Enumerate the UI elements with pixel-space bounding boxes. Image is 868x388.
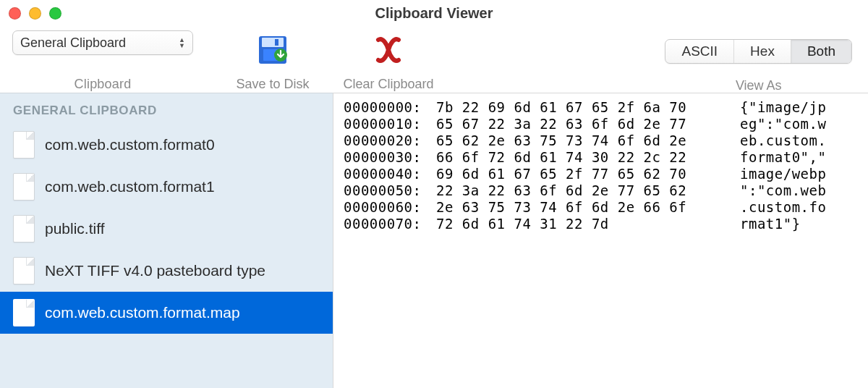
close-window-icon[interactable]	[9, 7, 21, 20]
save-to-disk-label: Save to Disk	[236, 77, 309, 92]
list-item-label: com.web.custom.format1	[45, 178, 215, 195]
chevron-up-down-icon: ▲▼	[179, 38, 185, 48]
hex-ascii: {"image/jp	[740, 99, 858, 116]
list-item[interactable]: public.tiff	[0, 208, 333, 250]
hex-offset: 00000070:	[344, 216, 436, 232]
viewas-both-button[interactable]: Both	[791, 40, 851, 63]
list-item[interactable]: com.web.custom.format1	[0, 166, 333, 208]
hex-offset: 00000010:	[344, 116, 436, 132]
hex-row: 00000020:65 62 2e 63 75 73 74 6f 6d 2eeb…	[344, 132, 858, 149]
hex-ascii: format0","	[740, 149, 858, 166]
hex-ascii: .custom.fo	[740, 199, 858, 216]
viewas-segmented-control: ASCII Hex Both	[665, 39, 852, 64]
hex-row: 00000030:66 6f 72 6d 61 74 30 22 2c 22fo…	[344, 149, 858, 166]
hex-offset: 00000060:	[344, 199, 436, 216]
file-icon	[13, 131, 35, 159]
clipboard-group-label: Clipboard	[75, 77, 132, 92]
hex-bytes: 65 62 2e 63 75 73 74 6f 6d 2e	[436, 132, 740, 149]
list-item-label: com.web.custom.format0	[45, 136, 215, 153]
hex-bytes: 22 3a 22 63 6f 6d 2e 77 65 62	[436, 182, 740, 199]
hex-row: 00000050:22 3a 22 63 6f 6d 2e 77 65 62":…	[344, 182, 858, 199]
list-item[interactable]: NeXT TIFF v4.0 pasteboard type	[0, 250, 333, 292]
file-icon	[13, 299, 35, 326]
save-to-disk-button[interactable]: Save to Disk	[226, 30, 320, 92]
hex-offset: 00000020:	[344, 132, 436, 149]
file-icon	[13, 215, 35, 242]
list-item-label: NeXT TIFF v4.0 pasteboard type	[45, 262, 265, 279]
content-area: GENERAL CLIPBOARD com.web.custom.format0…	[0, 93, 868, 388]
viewas-ascii-button[interactable]: ASCII	[665, 40, 734, 63]
hex-offset: 00000050:	[344, 182, 436, 199]
hex-row: 00000000:7b 22 69 6d 61 67 65 2f 6a 70{"…	[344, 99, 858, 116]
hex-ascii: image/webp	[740, 166, 858, 182]
hex-bytes: 65 67 22 3a 22 63 6f 6d 2e 77	[436, 116, 740, 132]
clipboard-selector[interactable]: General Clipboard ▲▼	[12, 30, 193, 55]
hex-row: 00000040:69 6d 61 67 65 2f 77 65 62 70im…	[344, 166, 858, 182]
clear-clipboard-button[interactable]: Clear Clipboard	[327, 30, 450, 92]
toolbar-clipboard-group: General Clipboard ▲▼ Clipboard	[9, 30, 197, 92]
hex-row: 00000010:65 67 22 3a 22 63 6f 6d 2e 77eg…	[344, 116, 858, 132]
x-icon	[373, 32, 404, 68]
sidebar: GENERAL CLIPBOARD com.web.custom.format0…	[0, 93, 333, 388]
sidebar-header: GENERAL CLIPBOARD	[0, 101, 333, 124]
svg-rect-3	[275, 39, 278, 46]
hex-offset: 00000030:	[344, 149, 436, 166]
file-icon	[13, 257, 35, 284]
traffic-lights	[9, 7, 61, 20]
titlebar: Clipboard Viewer	[0, 0, 868, 26]
hex-ascii: rmat1"}	[740, 216, 858, 232]
window-title: Clipboard Viewer	[375, 5, 493, 22]
hex-pane: 00000000:7b 22 69 6d 61 67 65 2f 6a 70{"…	[333, 93, 868, 388]
list-item-label: public.tiff	[45, 220, 105, 237]
sidebar-list: com.web.custom.format0com.web.custom.for…	[0, 124, 333, 334]
hex-bytes: 72 6d 61 74 31 22 7d	[436, 216, 740, 232]
hex-row: 00000060:2e 63 75 73 74 6f 6d 2e 66 6f.c…	[344, 199, 858, 216]
hex-bytes: 2e 63 75 73 74 6f 6d 2e 66 6f	[436, 199, 740, 216]
hex-bytes: 66 6f 72 6d 61 74 30 22 2c 22	[436, 149, 740, 166]
list-item[interactable]: com.web.custom.format0	[0, 124, 333, 166]
floppy-disk-icon	[256, 32, 289, 68]
viewas-hex-button[interactable]: Hex	[734, 40, 791, 63]
clipboard-selector-value: General Clipboard	[20, 35, 126, 51]
hex-ascii: eg":"com.w	[740, 116, 858, 132]
hex-offset: 00000000:	[344, 99, 436, 116]
viewas-group: ASCII Hex Both View As	[665, 30, 859, 93]
list-item-label: com.web.custom.format.map	[45, 304, 240, 321]
minimize-window-icon[interactable]	[29, 7, 41, 20]
hex-offset: 00000040:	[344, 166, 436, 182]
hex-ascii: ":"com.web	[740, 182, 858, 199]
svg-rect-1	[262, 38, 284, 47]
hex-bytes: 69 6d 61 67 65 2f 77 65 62 70	[436, 166, 740, 182]
list-item[interactable]: com.web.custom.format.map	[0, 292, 333, 334]
hex-ascii: eb.custom.	[740, 132, 858, 149]
clear-clipboard-label: Clear Clipboard	[343, 77, 433, 92]
zoom-window-icon[interactable]	[49, 7, 61, 20]
hex-bytes: 7b 22 69 6d 61 67 65 2f 6a 70	[436, 99, 740, 116]
viewas-label: View As	[736, 78, 782, 93]
toolbar: General Clipboard ▲▼ Clipboard Save to D…	[0, 26, 868, 93]
file-icon	[13, 173, 35, 201]
hex-row: 00000070:72 6d 61 74 31 22 7d rmat1"}	[344, 216, 858, 232]
